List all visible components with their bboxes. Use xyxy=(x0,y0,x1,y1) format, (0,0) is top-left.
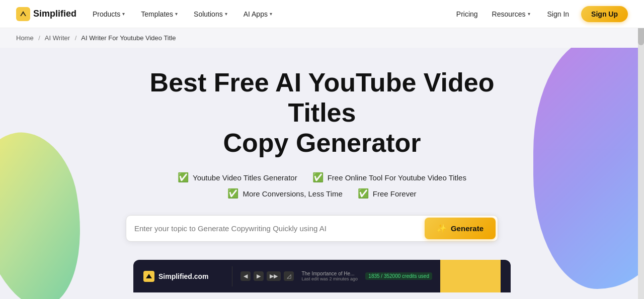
hero-content: Best Free AI YouTube Video Titles Copy G… xyxy=(126,68,518,242)
check-icon: ✅ xyxy=(227,188,238,199)
wand-icon: ✨ xyxy=(437,224,447,233)
preview-logo-icon xyxy=(143,271,154,282)
preview-yellow-bar xyxy=(440,260,501,292)
preview-logo-text: Simplified.com xyxy=(158,272,209,280)
chevron-icon: ▾ xyxy=(528,11,530,17)
nav-ai-apps[interactable]: AI Apps ▾ xyxy=(237,7,278,21)
feature-item: ✅ Free Online Tool For Youtube Video Tit… xyxy=(312,172,466,183)
preview-section: Simplified.com ◀ ▶ ▶▶ ◿ The Importance o… xyxy=(133,260,511,292)
preview-divider xyxy=(232,266,232,286)
breadcrumb-current: AI Writer For Youtube Video Title xyxy=(81,34,176,42)
preview-logo: Simplified.com xyxy=(143,271,224,282)
ctrl-btn-fullscreen[interactable]: ◿ xyxy=(284,271,294,281)
nav-resources[interactable]: Resources ▾ xyxy=(487,7,535,21)
decorative-blob-right xyxy=(533,48,644,289)
feature-item: ✅ More Conversions, Less Time xyxy=(227,188,342,199)
decorative-blob-left xyxy=(0,125,95,299)
ctrl-btn-back[interactable]: ◀ xyxy=(240,271,251,281)
preview-card: Simplified.com ◀ ▶ ▶▶ ◿ The Importance o… xyxy=(133,260,511,292)
preview-info: The Importance of He... Last edit was 2 … xyxy=(301,271,358,281)
pricing-link[interactable]: Pricing xyxy=(451,7,483,21)
chevron-icon: ▾ xyxy=(122,11,125,17)
chevron-icon: ▾ xyxy=(225,11,227,17)
scrollbar[interactable] xyxy=(638,0,644,299)
logo-icon xyxy=(16,7,30,21)
ctrl-btn-forward[interactable]: ▶▶ xyxy=(267,271,281,281)
hero-section: Best Free AI YouTube Video Titles Copy G… xyxy=(0,48,644,299)
ctrl-btn-play[interactable]: ▶ xyxy=(254,271,264,281)
logo-link[interactable]: Simplified xyxy=(16,7,76,21)
check-icon: ✅ xyxy=(312,172,324,183)
preview-right: ◀ ▶ ▶▶ ◿ The Importance of He... Last ed… xyxy=(240,271,432,281)
breadcrumb-ai-writer[interactable]: AI Writer xyxy=(45,34,70,42)
navbar-left: Simplified Products ▾ Templates ▾ Soluti… xyxy=(16,7,278,21)
input-bar: ✨ Generate xyxy=(126,215,498,242)
breadcrumb-home[interactable]: Home xyxy=(16,34,34,42)
generate-button[interactable]: ✨ Generate xyxy=(425,218,496,239)
feature-item: ✅ Free Forever xyxy=(358,188,417,199)
preview-controls: ◀ ▶ ▶▶ ◿ xyxy=(240,271,294,281)
chevron-icon: ▾ xyxy=(175,11,178,17)
signup-button[interactable]: Sign Up xyxy=(581,6,628,22)
nav-solutions[interactable]: Solutions ▾ xyxy=(188,7,233,21)
feature-item: ✅ Youtube Video Titles Generator xyxy=(178,172,297,183)
navbar-right: Pricing Resources ▾ Sign In Sign Up xyxy=(451,6,628,22)
chevron-icon: ▾ xyxy=(270,11,272,17)
topic-input[interactable] xyxy=(134,220,425,237)
breadcrumb-separator: / xyxy=(38,34,40,42)
hero-title: Best Free AI YouTube Video Titles Copy G… xyxy=(126,68,518,158)
check-icon: ✅ xyxy=(178,172,189,183)
breadcrumb-separator: / xyxy=(75,34,77,42)
navbar: Simplified Products ▾ Templates ▾ Soluti… xyxy=(0,0,644,28)
nav-products[interactable]: Products ▾ xyxy=(87,7,131,21)
hero-features: ✅ Youtube Video Titles Generator ✅ Free … xyxy=(126,172,518,199)
logo-text: Simplified xyxy=(33,9,76,19)
check-icon: ✅ xyxy=(358,188,369,199)
preview-counter: 1835 / 352000 credits used xyxy=(365,272,432,280)
breadcrumb: Home / AI Writer / AI Writer For Youtube… xyxy=(0,28,644,48)
nav-templates[interactable]: Templates ▾ xyxy=(135,7,184,21)
signin-button[interactable]: Sign In xyxy=(539,7,578,21)
